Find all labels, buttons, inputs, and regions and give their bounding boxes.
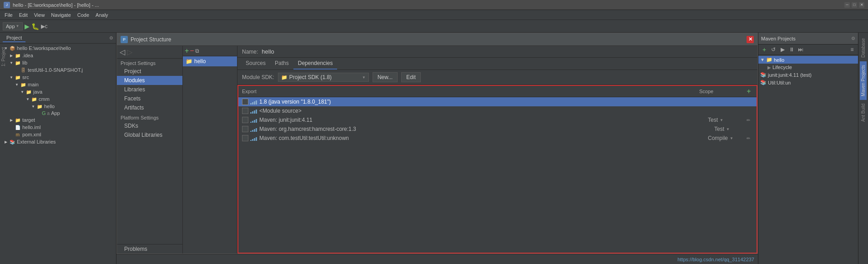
sidebar-item-modules-label: Modules [124,77,145,84]
menu-file[interactable]: File [2,11,15,19]
tree-item-target[interactable]: ▶ 📁 target [0,116,116,124]
dep-row-5[interactable]: Maven: com.testUtil:testUtil:unknown Com… [238,134,757,143]
vtab-maven[interactable]: Maven Projects [860,61,867,100]
sidebar-item-sdks[interactable]: SDKs [117,121,182,130]
tree-item-pom[interactable]: m pom.xml [0,131,116,138]
maven-run-btn[interactable]: ▶ [778,45,787,54]
lib-icon: 📚 [9,139,15,145]
edit-sdk-btn[interactable]: Edit [401,72,421,82]
remove-module-btn[interactable]: − [190,47,194,55]
dep-checkbox-3[interactable] [242,117,248,123]
dep-row-3[interactable]: Maven: junit:junit:4.11 Test ▼ ✏ [238,115,757,125]
vertical-tabs-bar: Database Maven Projects Ant Build [858,33,868,264]
dep-bar-icon-2 [250,108,257,114]
maven-refresh-btn[interactable]: ↺ [769,45,777,54]
folder-icon: 📁 [31,96,37,102]
col-scope: Scope [699,89,745,94]
expand-arrow: ▶ [4,139,8,144]
add-dep-btn[interactable]: + [745,87,753,95]
dep-checkbox-1[interactable] [242,99,248,105]
dep-row-1[interactable]: 1.8 (java version "1.8.0_181") [238,97,757,106]
copy-module-btn[interactable]: ⧉ [195,48,199,54]
module-name-label: hello [194,58,206,65]
tree-item-src[interactable]: ▼ 📁 src [0,74,116,81]
sidebar-forward-btn[interactable]: ▷ [127,48,132,56]
vtab-database[interactable]: Database [860,35,867,61]
tab-sources[interactable]: Sources [241,58,270,70]
tree-item-hello[interactable]: ▼ 📦 hello E:\workspace\hello [0,45,116,52]
status-url[interactable]: https://blog.csdn.net/qq_31142237 [677,257,754,262]
maven-item-junit[interactable]: 📚 junit:junit:4.11 (test) [758,71,858,79]
tree-item-hello-pkg[interactable]: ▼ 📁 hello [0,103,116,110]
tab-paths[interactable]: Paths [270,58,293,70]
sidebar-back-btn[interactable]: ◁ [120,48,125,56]
tree-label: hello [44,104,55,109]
maven-menu-btn[interactable]: ≡ [848,45,856,54]
maven-skip-btn[interactable]: ⏸ [787,45,796,54]
tree-item-java[interactable]: ▼ 📁 java [0,88,116,95]
sdk-label: Module SDK: [242,74,274,80]
name-label: Name: [242,49,258,55]
module-folder-icon: 📁 [186,58,192,65]
dep-checkbox-5[interactable] [242,135,248,141]
sidebar-item-global-libs[interactable]: Global Libraries [117,130,182,139]
sidebar-item-artifacts[interactable]: Artifacts [117,103,182,112]
debug-btn[interactable]: 🐛 [31,23,39,30]
sidebar-item-project[interactable]: Project [117,67,182,76]
tree-label: External Libraries [17,139,56,144]
folder-icon: 📁 [15,52,21,59]
menu-view[interactable]: View [31,11,48,19]
maven-item-util[interactable]: 📚 Util:Util:un [758,79,858,86]
maven-util-label: Util:Util:un [768,80,791,85]
maven-add-btn[interactable]: + [760,45,768,54]
maven-settings-btn[interactable]: ⚙ [851,36,855,41]
tree-item-idea[interactable]: ▶ 📁 .idea [0,52,116,59]
tree-item-main[interactable]: ▼ 📁 main [0,81,116,88]
dialog-close-btn[interactable]: ✕ [747,36,754,43]
dep-row-4[interactable]: Maven: org.hamcrest:hamcrest-core:1.3 Te… [238,125,757,134]
project-settings-label: Project Settings [117,59,182,67]
tree-item-extlib[interactable]: ▶ 📚 External Libraries [0,138,116,145]
sidebar-toolbar: ◁ ▷ [117,46,182,59]
add-module-btn[interactable]: + [185,47,189,55]
module-item-hello[interactable]: 📁 hello [183,56,237,66]
sdk-dropdown[interactable]: 📁 Project SDK (1.8) ▼ [278,73,369,82]
dep-checkbox-4[interactable] [242,126,248,132]
maven-item-hello[interactable]: ▼ 📁 hello [758,56,858,64]
sidebar-item-libraries[interactable]: Libraries [117,85,182,94]
coverage-btn[interactable]: ▶c [41,23,48,30]
sidebar-item-facets[interactable]: Facets [117,94,182,103]
new-sdk-btn[interactable]: New... [373,72,398,82]
maven-hello-label: hello [774,57,784,63]
dep-bar-icon-1 [250,99,257,105]
maximize-btn[interactable]: □ [852,2,857,8]
tree-label: java [33,89,42,95]
tree-item-jar[interactable]: 🗄 testUtil-1.0-SNAPSHOT.j [0,66,116,74]
dep-checkbox-2[interactable] [242,108,248,114]
tree-item-app[interactable]: G a App [0,110,116,116]
sidebar-item-problems[interactable]: Problems [117,244,182,254]
sidebar-item-modules[interactable]: Modules [117,76,182,85]
project-tab[interactable]: Project [3,34,25,42]
tab-dependencies[interactable]: Dependencies [293,58,338,70]
name-value: hello [262,48,274,55]
maven-next-btn[interactable]: ⏭ [797,45,805,54]
tree-item-iml[interactable]: 📄 hello.iml [0,124,116,131]
vtab-ant[interactable]: Ant Build [860,100,867,125]
run-config-dropdown[interactable]: App ▼ [3,22,23,30]
tree-label: hello.iml [22,125,40,130]
run-btn[interactable]: ▶ [25,23,30,30]
menu-navigate[interactable]: Navigate [48,11,73,19]
expand-arrow: ▼ [31,104,35,109]
minimize-btn[interactable]: ─ [844,2,850,8]
menu-code[interactable]: Code [75,11,92,19]
menu-analy[interactable]: Analy [93,11,111,19]
panel-settings-btn[interactable]: ⚙ [109,35,113,40]
tree-item-cmm[interactable]: ▼ 📁 cmm [0,95,116,103]
dep-row-2[interactable]: <Module source> [238,106,757,115]
tree-label: main [28,82,39,87]
menu-edit[interactable]: Edit [16,11,30,19]
close-app-btn[interactable]: ✕ [859,2,864,8]
maven-item-lifecycle[interactable]: ▶ Lifecycle [758,64,858,71]
tree-item-lib[interactable]: ▼ 📁 lib [0,59,116,66]
